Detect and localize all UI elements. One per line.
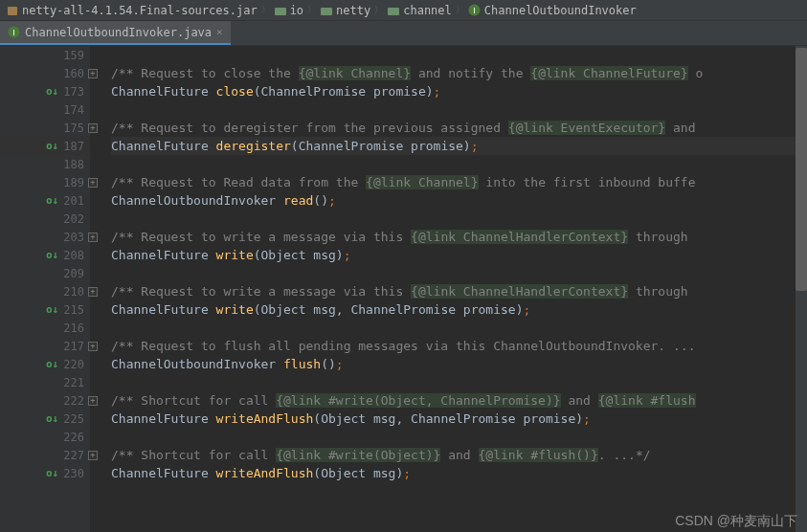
- line-number: 202: [56, 212, 84, 226]
- code-line: [111, 319, 807, 337]
- close-icon[interactable]: ×: [216, 26, 223, 38]
- fold-icon[interactable]: +: [88, 123, 98, 133]
- line-number: 189: [56, 176, 84, 189]
- breadcrumb-pkg-netty-label: netty: [336, 4, 370, 17]
- svg-text:I: I: [474, 6, 477, 15]
- chevron-right-icon: 〉: [307, 4, 316, 16]
- code-line: /** Request to flush all pending message…: [111, 337, 807, 355]
- code-line: [111, 155, 807, 173]
- code-line: /** Request to deregister from the previ…: [111, 119, 807, 137]
- code-line: [111, 100, 807, 119]
- fold-icon[interactable]: +: [88, 287, 98, 297]
- svg-rect-3: [388, 8, 399, 15]
- scrollbar-thumb[interactable]: [796, 48, 807, 291]
- line-number: 187: [56, 140, 84, 153]
- code-line: ChannelFuture writeAndFlush(Object msg, …: [111, 410, 807, 428]
- line-number: 174: [56, 103, 84, 117]
- override-icon[interactable]: o↓: [46, 358, 58, 370]
- override-icon[interactable]: o↓: [46, 140, 58, 152]
- line-number: 203: [56, 231, 84, 244]
- svg-rect-2: [321, 8, 332, 15]
- code-line: ChannelFuture deregister(ChannelPromise …: [111, 137, 807, 155]
- code-line: ChannelFuture close(ChannelPromise promi…: [111, 82, 807, 100]
- code-line: [111, 46, 807, 64]
- code-line: [111, 428, 807, 446]
- code-editor[interactable]: 159 160+ 173o↓ 174 175+ 187o↓ 188 189+ 2…: [0, 46, 807, 532]
- breadcrumb-pkg-channel-label: channel: [403, 4, 452, 17]
- line-number: 221: [56, 376, 84, 389]
- fold-icon[interactable]: +: [88, 69, 98, 78]
- override-icon[interactable]: o↓: [46, 249, 58, 261]
- code-line: /** Request to write a message via this …: [111, 282, 807, 300]
- folder-icon: [387, 4, 400, 17]
- code-line: [111, 264, 807, 282]
- code-line: [111, 210, 807, 228]
- fold-icon[interactable]: +: [88, 451, 98, 460]
- interface-icon: I: [468, 4, 482, 17]
- fold-icon[interactable]: +: [88, 342, 98, 351]
- code-line: /** Request to write a message via this …: [111, 228, 807, 246]
- line-number: 220: [56, 358, 84, 371]
- code-line: [111, 373, 807, 391]
- line-number: 225: [56, 412, 84, 426]
- folder-icon: [320, 4, 333, 17]
- breadcrumb-pkg-io[interactable]: io: [274, 4, 303, 17]
- code-line: ChannelOutboundInvoker read();: [111, 191, 807, 210]
- tab-channeloutboundinvoker[interactable]: I ChannelOutboundInvoker.java ×: [0, 21, 231, 45]
- tab-bar: I ChannelOutboundInvoker.java ×: [0, 21, 807, 46]
- breadcrumb-pkg-io-label: io: [290, 4, 303, 17]
- override-icon[interactable]: o↓: [46, 467, 58, 479]
- code-line: /** Shortcut for call {@link #write(Obje…: [111, 391, 807, 410]
- chevron-right-icon: 〉: [261, 4, 270, 16]
- code-line: /** Shortcut for call {@link #write(Obje…: [111, 446, 807, 464]
- code-area[interactable]: /** Request to close the {@link Channel}…: [90, 46, 807, 532]
- override-icon[interactable]: o↓: [46, 194, 58, 207]
- jar-icon: [6, 4, 19, 17]
- line-number: 188: [56, 158, 84, 171]
- svg-text:I: I: [12, 28, 15, 37]
- vertical-scrollbar[interactable]: [796, 46, 807, 532]
- line-number: 208: [56, 249, 84, 262]
- breadcrumb-class-label: ChannelOutboundInvoker: [484, 4, 637, 17]
- folder-icon: [274, 4, 287, 17]
- override-icon[interactable]: o↓: [46, 303, 58, 316]
- line-number: 210: [56, 285, 84, 299]
- line-number: 226: [56, 431, 84, 444]
- code-line: ChannelFuture writeAndFlush(Object msg);: [111, 464, 807, 482]
- override-icon[interactable]: o↓: [46, 412, 58, 425]
- code-line: /** Request to Read data from the {@link…: [111, 173, 807, 191]
- line-number: 209: [56, 267, 84, 280]
- tab-label: ChannelOutboundInvoker.java: [25, 26, 212, 39]
- line-number: 222: [56, 394, 84, 408]
- line-number: 175: [56, 122, 84, 135]
- breadcrumb-pkg-channel[interactable]: channel: [387, 4, 452, 17]
- line-number: 215: [56, 303, 84, 317]
- breadcrumb-jar-label: netty-all-4.1.54.Final-sources.jar: [22, 4, 258, 17]
- fold-icon[interactable]: +: [88, 233, 98, 242]
- line-number: 160: [56, 67, 84, 80]
- gutter: 159 160+ 173o↓ 174 175+ 187o↓ 188 189+ 2…: [0, 46, 90, 532]
- line-number: 173: [56, 85, 84, 99]
- breadcrumb-jar[interactable]: netty-all-4.1.54.Final-sources.jar: [6, 4, 258, 17]
- svg-rect-0: [8, 7, 17, 15]
- line-number: 216: [56, 321, 84, 335]
- svg-rect-1: [275, 8, 286, 15]
- code-line: ChannelFuture write(Object msg);: [111, 246, 807, 264]
- breadcrumb-pkg-netty[interactable]: netty: [320, 4, 370, 17]
- breadcrumb-bar: netty-all-4.1.54.Final-sources.jar 〉 io …: [0, 0, 807, 21]
- chevron-right-icon: 〉: [456, 4, 464, 16]
- override-icon[interactable]: o↓: [46, 85, 58, 98]
- line-number: 227: [56, 449, 84, 462]
- breadcrumb-class[interactable]: I ChannelOutboundInvoker: [468, 4, 637, 17]
- line-number: 159: [56, 49, 84, 62]
- line-number: 230: [56, 467, 84, 480]
- chevron-right-icon: 〉: [374, 4, 383, 16]
- line-number: 217: [56, 340, 84, 353]
- code-line: ChannelFuture write(Object msg, ChannelP…: [111, 300, 807, 319]
- java-file-icon: I: [8, 26, 20, 38]
- fold-icon[interactable]: +: [88, 178, 98, 188]
- fold-icon[interactable]: +: [88, 396, 98, 406]
- code-line: /** Request to close the {@link Channel}…: [111, 64, 807, 82]
- line-number: 201: [56, 194, 84, 208]
- code-line: ChannelOutboundInvoker flush();: [111, 355, 807, 373]
